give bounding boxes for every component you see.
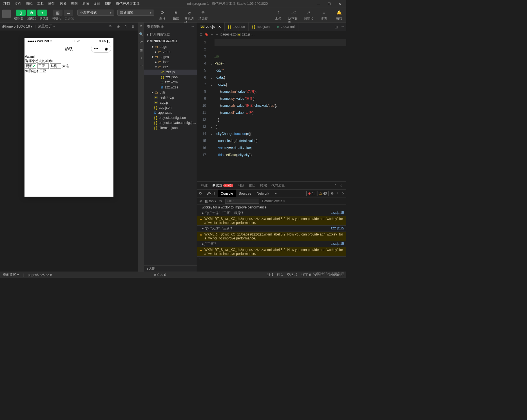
- tree-item[interactable]: JS .eslintrc.js: [144, 95, 197, 100]
- compile-mode-select[interactable]: 普通编译▾: [117, 10, 154, 16]
- minimize-button[interactable]: —: [313, 0, 324, 8]
- cloud-button[interactable]: ☁: [64, 10, 73, 16]
- editor-tab[interactable]: JS zzz.js✕: [197, 23, 225, 31]
- editor-button[interactable]: ‹/›: [27, 10, 36, 16]
- close-circle-icon[interactable]: ◉: [101, 46, 111, 51]
- ext-icon[interactable]: ▦: [140, 48, 143, 52]
- project-section[interactable]: ▾ MINIPROGRAM-1: [144, 38, 197, 44]
- refresh-icon[interactable]: ⟳: [108, 25, 113, 28]
- levels-select[interactable]: Default levels ▾: [262, 199, 285, 203]
- split-icon[interactable]: ◫: [335, 25, 338, 29]
- menu-文件[interactable]: 文件: [12, 1, 24, 7]
- city-option[interactable]: 三亚: [37, 63, 49, 69]
- tree-item[interactable]: { } app.json: [144, 105, 197, 110]
- console-line[interactable]: wx:key for a wx:for to improve performan…: [197, 205, 346, 210]
- more-icon[interactable]: ⋯: [341, 25, 344, 29]
- popout-icon[interactable]: ⧉: [130, 25, 136, 28]
- menu-工具[interactable]: 工具: [35, 1, 46, 7]
- tree-item[interactable]: { } sitemap.json: [144, 125, 197, 130]
- search-icon[interactable]: 🔍: [139, 32, 143, 36]
- console-line[interactable]: ▲WXMLRT_$gwx_XC_1:./pages/zzz/zzz.wxml:l…: [197, 232, 346, 241]
- more-icon[interactable]: ⋯: [191, 25, 194, 29]
- panel-tab[interactable]: 输出: [249, 183, 256, 188]
- console-line[interactable]: ▸ ["三亚"]zzz.js:15: [197, 241, 346, 247]
- console-line[interactable]: ▸ (3) ["大连", "三亚", "珠海"]zzz.js:15: [197, 210, 346, 216]
- console-line[interactable]: ▲WXMLRT_$gwx_XC_1:./pages/zzz/zzz.wxml:l…: [197, 216, 346, 226]
- forward-icon[interactable]: →: [215, 32, 219, 36]
- devtool-tab[interactable]: Wxml: [204, 190, 218, 197]
- breadcrumb[interactable]: ≣ 🔖 ← → pages›zzz›JS zzz.js›...: [197, 31, 346, 38]
- context-select[interactable]: ◧ top ▾: [205, 199, 216, 203]
- devtool-tab[interactable]: Console: [218, 190, 236, 197]
- clear-console-icon[interactable]: ⊘: [199, 199, 202, 203]
- code-editor[interactable]: 1234567891011121314151617 ⌄ ⌄⌄ ⌄⌄ //jsPa…: [197, 38, 346, 181]
- tree-item[interactable]: ▾ 🗀 page: [144, 44, 197, 49]
- clear-cache-button[interactable]: ⊜清缓存: [198, 10, 208, 21]
- panel-tab[interactable]: 终端: [260, 183, 267, 188]
- devtool-tab[interactable]: Network: [254, 190, 272, 197]
- list-icon[interactable]: ≣: [200, 32, 203, 36]
- debugger-button[interactable]: ≈: [37, 10, 47, 16]
- more-icon[interactable]: ⋯: [139, 64, 143, 68]
- compile-button[interactable]: ⟳编译: [157, 10, 168, 21]
- tree-item[interactable]: ▸ 🗀 utils: [144, 90, 197, 95]
- inspect-icon[interactable]: ⯐: [199, 192, 204, 195]
- filter-input[interactable]: [225, 199, 259, 204]
- menu-帮助[interactable]: 帮助: [102, 1, 114, 7]
- editor-tab[interactable]: ◇ zzz.wxml: [273, 23, 298, 31]
- tree-item[interactable]: { } zzz.json: [144, 75, 197, 80]
- mode-select[interactable]: 小程序模式▾: [77, 10, 114, 16]
- cursor-pos[interactable]: 行 1，列 1: [267, 272, 283, 277]
- collapse-icon[interactable]: ⌃: [334, 184, 337, 188]
- menu-设置[interactable]: 设置: [91, 1, 102, 7]
- close-tab-icon[interactable]: ✕: [218, 25, 221, 29]
- menu-视图[interactable]: 视图: [69, 1, 80, 7]
- stop-icon[interactable]: ◉: [115, 25, 121, 28]
- panel-tab[interactable]: 调试器 4, 40: [212, 183, 233, 188]
- editor-tab[interactable]: { } app.json: [249, 23, 273, 31]
- capsule[interactable]: ••• ◉: [91, 45, 111, 53]
- explorer-icon[interactable]: 🗎: [139, 24, 143, 28]
- menu-编辑[interactable]: 编辑: [24, 1, 35, 7]
- devtool-tab[interactable]: Sources: [236, 190, 254, 197]
- menu-微信开发者工具[interactable]: 微信开发者工具: [114, 1, 142, 7]
- page-path-label[interactable]: 页面路径 ▾: [3, 272, 19, 277]
- menu-转到[interactable]: 转到: [46, 1, 57, 7]
- menu-icon[interactable]: •••: [91, 46, 101, 51]
- close-button[interactable]: ✕: [334, 0, 345, 8]
- device-select[interactable]: iPhone 5 100% 16 ▾: [2, 25, 32, 28]
- console-line[interactable]: ▲WXMLRT_$gwx_XC_1:./pages/zzz/zzz.wxml:l…: [197, 247, 346, 257]
- tree-item[interactable]: JS app.js: [144, 100, 197, 105]
- tree-item[interactable]: ⧉ app.wxss: [144, 110, 197, 115]
- preview-button[interactable]: 👁预览: [171, 10, 181, 21]
- tree-item[interactable]: ⧉ zzz.wxss: [144, 85, 197, 90]
- console-line[interactable]: ▸ (2) ["大连", "三亚"]zzz.js:15: [197, 226, 346, 232]
- device-icon[interactable]: ▯: [123, 25, 128, 28]
- tree-item[interactable]: ◇ zzz.wxml: [144, 80, 197, 85]
- avatar[interactable]: [2, 10, 11, 18]
- scm-icon[interactable]: ⎇: [139, 40, 143, 44]
- opened-editors-section[interactable]: ▸ 打开的编辑器: [144, 31, 197, 38]
- page-path[interactable]: pages/zzz/zzz ⧉: [28, 273, 52, 277]
- panel-tab[interactable]: 代码质量: [271, 183, 285, 188]
- menu-选择[interactable]: 选择: [57, 1, 69, 7]
- console-prompt[interactable]: ›: [197, 257, 346, 262]
- status-errors[interactable]: ⊗ 0 ⚠ 0: [154, 273, 166, 277]
- city-option[interactable]: 大连: [62, 64, 69, 68]
- spaces[interactable]: 空格: 2: [287, 272, 297, 277]
- city-option[interactable]: 珠海: [50, 63, 61, 69]
- bookmark-icon[interactable]: 🔖: [204, 32, 209, 36]
- maximize-button[interactable]: ☐: [324, 0, 334, 8]
- panel-tab[interactable]: 构建: [201, 183, 208, 188]
- menu-界面[interactable]: 界面: [80, 1, 91, 7]
- hotreload-toggle[interactable]: 热重载 开 ▾: [38, 24, 55, 29]
- tree-item[interactable]: JS zzz.js: [144, 70, 197, 75]
- visual-button[interactable]: ▦: [53, 10, 62, 16]
- eye-icon[interactable]: 👁: [219, 199, 222, 203]
- tree-item[interactable]: ▾ 🗀 pages: [144, 54, 197, 59]
- close-panel-icon[interactable]: ✕: [340, 184, 342, 188]
- tree-item[interactable]: ▸ 🗀 zhrm: [144, 49, 197, 54]
- back-icon[interactable]: ←: [210, 32, 214, 36]
- menu-项目[interactable]: 项目: [1, 1, 12, 7]
- tree-item[interactable]: { } project.config.json: [144, 115, 197, 120]
